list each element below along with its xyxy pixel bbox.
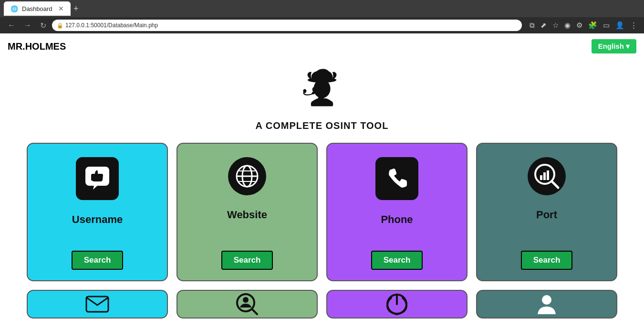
nav-bar: ← → ↻ 🔒 127.0.0.1:50001/Database/Main.ph… [0, 17, 644, 33]
svg-line-14 [552, 181, 558, 188]
address-bar[interactable]: 🔒 127.0.0.1:50001/Database/Main.php [52, 20, 522, 31]
social-partial-card[interactable] [326, 290, 467, 318]
browser-chrome: 🌐 Dashboard ✕ + ← → ↻ 🔒 127.0.0.1:50001/… [0, 0, 644, 33]
port-search-button[interactable]: Search [521, 251, 573, 270]
website-icon-circle [228, 157, 266, 195]
share-icon[interactable]: ⬈ [539, 20, 549, 31]
globe-icon [234, 163, 260, 189]
hero-subtitle: A COMPLETE OSINT TOOL [8, 120, 636, 131]
chart-magnifier-icon [531, 161, 562, 191]
extension-icon[interactable]: ⚙ [574, 20, 584, 31]
tab-favicon: 🌐 [10, 5, 18, 12]
svg-point-21 [542, 295, 551, 305]
lock-icon: 🔒 [57, 22, 63, 29]
person-partial-card[interactable] [177, 290, 318, 318]
phone-label: Phone [381, 213, 413, 226]
svg-point-17 [243, 297, 249, 303]
person2-partial-card[interactable] [476, 290, 617, 318]
new-tab-button[interactable]: + [73, 4, 79, 14]
window-icon[interactable]: ▭ [601, 20, 612, 31]
svg-point-2 [312, 87, 316, 92]
person2-icon [535, 292, 559, 316]
username-search-button[interactable]: Search [72, 251, 124, 270]
account-icon[interactable]: 👤 [613, 20, 626, 31]
back-button[interactable]: ← [5, 19, 18, 32]
menu-icon[interactable]: ⋮ [628, 20, 639, 31]
tab-title: Dashboard [22, 5, 52, 12]
phone-card[interactable]: Phone Search [326, 143, 467, 281]
svg-rect-11 [540, 175, 542, 180]
svg-rect-12 [543, 172, 546, 180]
phone-search-button[interactable]: Search [371, 251, 423, 270]
port-icon-circle [528, 157, 566, 195]
url-text: 127.0.0.1:50001/Database/Main.php [65, 22, 158, 29]
puzzle-icon[interactable]: 🧩 [586, 20, 599, 31]
active-tab[interactable]: 🌐 Dashboard ✕ [4, 1, 71, 16]
person-search-icon [235, 292, 259, 316]
forward-button[interactable]: → [21, 19, 34, 32]
translate-icon[interactable]: ⧉ [528, 20, 537, 31]
header-row: MR.HOLMES English ▾ [8, 39, 636, 53]
bookmark-icon[interactable]: ☆ [551, 20, 561, 31]
email-icon [85, 296, 109, 313]
cards-grid: Username Search Website Sea [8, 143, 636, 281]
reload-button[interactable]: ↻ [37, 19, 49, 32]
svg-point-1 [313, 79, 330, 98]
profile-circle-icon[interactable]: ◉ [562, 20, 572, 31]
social-icon [385, 292, 409, 316]
website-card[interactable]: Website Search [177, 143, 318, 281]
bottom-cards-grid [8, 290, 636, 318]
phone-icon [384, 166, 410, 191]
nav-icons-group: ⧉ ⬈ ☆ ◉ ⚙ 🧩 ▭ 👤 ⋮ [528, 20, 639, 31]
tab-bar: 🌐 Dashboard ✕ + [0, 0, 644, 17]
detective-logo [296, 61, 348, 114]
hero-section: A COMPLETE OSINT TOOL [8, 61, 636, 131]
svg-rect-15 [86, 297, 108, 312]
language-button[interactable]: English ▾ [592, 39, 636, 53]
phone-icon-wrapper [375, 157, 418, 200]
email-partial-card[interactable] [27, 290, 168, 318]
site-title: MR.HOLMES [8, 41, 66, 52]
tab-close-icon[interactable]: ✕ [58, 5, 64, 12]
thumbsup-icon [84, 166, 110, 191]
username-card[interactable]: Username Search [27, 143, 168, 281]
page-content: MR.HOLMES English ▾ [0, 33, 644, 324]
website-search-button[interactable]: Search [221, 251, 273, 270]
username-label: Username [72, 213, 123, 226]
port-card[interactable]: Port Search [476, 143, 617, 281]
svg-line-18 [252, 309, 257, 314]
port-label: Port [536, 209, 557, 221]
username-icon-wrapper [76, 157, 119, 200]
website-label: Website [227, 209, 267, 221]
svg-rect-13 [547, 170, 549, 180]
